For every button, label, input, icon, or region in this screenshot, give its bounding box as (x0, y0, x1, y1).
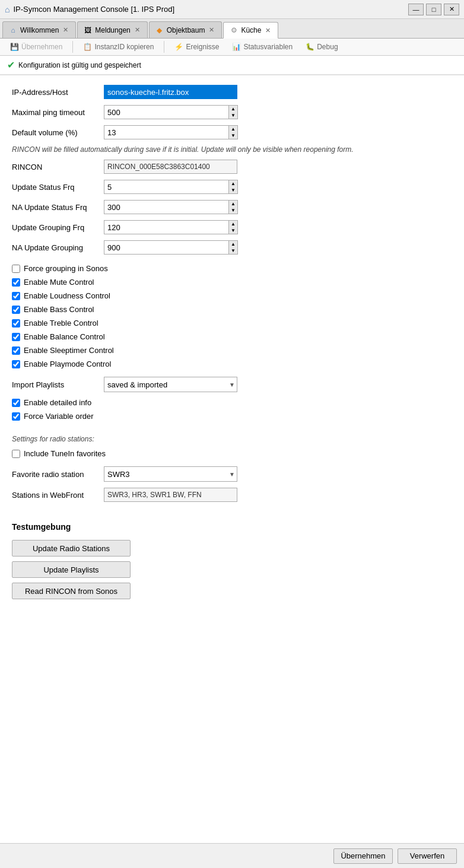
include-tunein-label[interactable]: Include TuneIn favorites (24, 449, 106, 458)
update-status-frq-label: Update Status Frq (12, 183, 104, 192)
ereignisse-label: Ereignisse (186, 43, 219, 51)
na-update-status-frq-input[interactable] (104, 200, 228, 214)
na-update-status-frq-label: NA Update Status Frq (12, 203, 104, 212)
include-tunein-row: Include TuneIn favorites (12, 449, 452, 458)
update-grouping-frq-input[interactable] (104, 220, 228, 234)
minimize-button[interactable]: — (408, 4, 424, 15)
default-volume-up-button[interactable]: ▲ (229, 126, 237, 132)
force-grouping-checkbox[interactable] (12, 265, 20, 273)
tab-kueche-label: Küche (241, 26, 261, 34)
na-update-status-frq-up-button[interactable]: ▲ (229, 201, 237, 207)
default-volume-label: Default volume (%) (12, 128, 104, 137)
update-grouping-frq-up-button[interactable]: ▲ (229, 221, 237, 227)
tree-icon: ◆ (155, 26, 164, 34)
update-radio-button[interactable]: Update Radio Stations (12, 540, 131, 557)
max-ping-label: Maximal ping timeout (12, 108, 104, 117)
save-icon: 💾 (10, 43, 19, 51)
update-grouping-frq-down-button[interactable]: ▼ (229, 227, 237, 234)
status-bar: ✔ Konfiguration ist gültig und gespeiche… (0, 56, 464, 75)
enable-loudness-row: Enable Loudness Control (12, 291, 452, 300)
tab-meldungen-close[interactable]: ✕ (134, 26, 141, 34)
update-status-frq-down-button[interactable]: ▼ (229, 187, 237, 193)
enable-balance-row: Enable Balance Control (12, 332, 452, 341)
enable-balance-label[interactable]: Enable Balance Control (24, 332, 105, 341)
ubernehmen-label: Übernehmen (21, 43, 62, 51)
enable-loudness-checkbox[interactable] (12, 292, 20, 300)
rincon-row: RINCON (12, 160, 452, 174)
enable-mute-label[interactable]: Enable Mute Control (24, 278, 94, 287)
default-volume-spinner: ▲ ▼ (104, 125, 238, 139)
max-ping-input[interactable] (104, 105, 228, 119)
stations-webfront-input[interactable] (104, 488, 237, 502)
include-tunein-checkbox[interactable] (12, 450, 20, 458)
na-update-grouping-up-button[interactable]: ▲ (229, 241, 237, 247)
statusvariablen-label: Statusvariablen (243, 43, 293, 51)
enable-sleeptimer-row: Enable Sleeptimer Control (12, 346, 452, 355)
tab-willkommen[interactable]: ⌂ Willkommen ✕ (2, 21, 76, 38)
gear-icon: ⚙ (230, 26, 238, 34)
enable-detailed-info-row: Enable detailed info (12, 398, 452, 407)
enable-detailed-info-label[interactable]: Enable detailed info (24, 398, 91, 407)
update-playlists-button[interactable]: Update Playlists (12, 561, 131, 578)
max-ping-up-button[interactable]: ▲ (229, 106, 237, 112)
import-playlists-select[interactable]: saved & imported saved imported none (104, 377, 237, 392)
rincon-label: RINCON (12, 163, 104, 171)
enable-treble-row: Enable Treble Control (12, 319, 452, 328)
rincon-hint-text: RINCON will be filled automatically duri… (12, 145, 452, 154)
enable-detailed-info-checkbox[interactable] (12, 399, 20, 407)
message-icon: 🖼 (84, 26, 92, 34)
na-update-status-frq-down-button[interactable]: ▼ (229, 207, 237, 214)
enable-sleeptimer-label[interactable]: Enable Sleeptimer Control (24, 346, 114, 355)
main-content: IP-Address/Host Maximal ping timeout ▲ ▼… (0, 75, 464, 843)
na-update-grouping-input[interactable] (104, 240, 228, 255)
tab-objektbaum-close[interactable]: ✕ (208, 26, 215, 34)
enable-balance-checkbox[interactable] (12, 333, 20, 341)
tab-kueche-close[interactable]: ✕ (264, 27, 272, 34)
tab-willkommen-close[interactable]: ✕ (62, 26, 69, 34)
enable-treble-checkbox[interactable] (12, 319, 20, 328)
rincon-input[interactable] (104, 160, 237, 174)
default-volume-down-button[interactable]: ▼ (229, 132, 237, 139)
ereignisse-button[interactable]: ⚡ Ereignisse (169, 40, 224, 53)
force-variable-order-label[interactable]: Force Variable order (24, 412, 94, 421)
read-rincon-button[interactable]: Read RINCON from Sonos (12, 583, 131, 599)
enable-sleeptimer-checkbox[interactable] (12, 346, 20, 355)
bottom-verwerfen-button[interactable]: Verwerfen (398, 848, 457, 864)
na-update-grouping-spin-buttons: ▲ ▼ (228, 240, 238, 255)
force-grouping-label[interactable]: Force grouping in Sonos (24, 264, 108, 273)
enable-bass-checkbox[interactable] (12, 306, 20, 314)
enable-loudness-label[interactable]: Enable Loudness Control (24, 291, 110, 300)
enable-treble-label[interactable]: Enable Treble Control (24, 319, 98, 328)
ubernehmen-button[interactable]: 💾 Übernehmen (5, 40, 68, 53)
enable-mute-checkbox[interactable] (12, 278, 20, 287)
debug-button[interactable]: 🐛 Debug (300, 40, 343, 53)
force-variable-order-checkbox[interactable] (12, 412, 20, 421)
maximize-button[interactable]: □ (426, 4, 441, 15)
ip-address-input[interactable] (104, 85, 237, 99)
update-status-frq-input[interactable] (104, 180, 228, 194)
favorite-radio-row: Favorite radio station SWR3 SWR1 HR3 FFN… (12, 466, 452, 482)
bottom-ubernehmen-button[interactable]: Übernehmen (333, 848, 393, 864)
update-status-frq-spinner: ▲ ▼ (104, 180, 238, 194)
enable-mute-row: Enable Mute Control (12, 278, 452, 287)
tab-meldungen[interactable]: 🖼 Meldungen ✕ (77, 21, 147, 38)
na-update-grouping-down-button[interactable]: ▼ (229, 247, 237, 254)
radio-stations-hint: Settings for radio stations: (12, 435, 452, 443)
toolbar: 💾 Übernehmen 📋 InstanzID kopieren ⚡ Erei… (0, 39, 464, 56)
close-button[interactable]: ✕ (444, 4, 459, 15)
max-ping-down-button[interactable]: ▼ (229, 112, 237, 119)
enable-bass-label[interactable]: Enable Bass Control (24, 305, 94, 314)
instanzid-button[interactable]: 📋 InstanzID kopieren (78, 40, 159, 53)
favorite-radio-select[interactable]: SWR3 SWR1 HR3 FFN (104, 466, 237, 482)
tab-objektbaum[interactable]: ◆ Objektbaum ✕ (149, 21, 223, 38)
enable-playmode-label[interactable]: Enable Playmode Control (24, 360, 111, 368)
tab-kueche[interactable]: ⚙ Küche ✕ (223, 22, 278, 39)
import-playlists-select-wrapper: saved & imported saved imported none ▼ (104, 377, 237, 392)
default-volume-input[interactable] (104, 125, 228, 139)
update-grouping-frq-spin-buttons: ▲ ▼ (228, 220, 238, 234)
bottom-bar: Übernehmen Verwerfen (0, 843, 464, 868)
update-status-frq-up-button[interactable]: ▲ (229, 180, 237, 187)
statusvariablen-button[interactable]: 📊 Statusvariablen (227, 40, 298, 53)
enable-playmode-checkbox[interactable] (12, 360, 20, 368)
ip-address-row: IP-Address/Host (12, 85, 452, 99)
